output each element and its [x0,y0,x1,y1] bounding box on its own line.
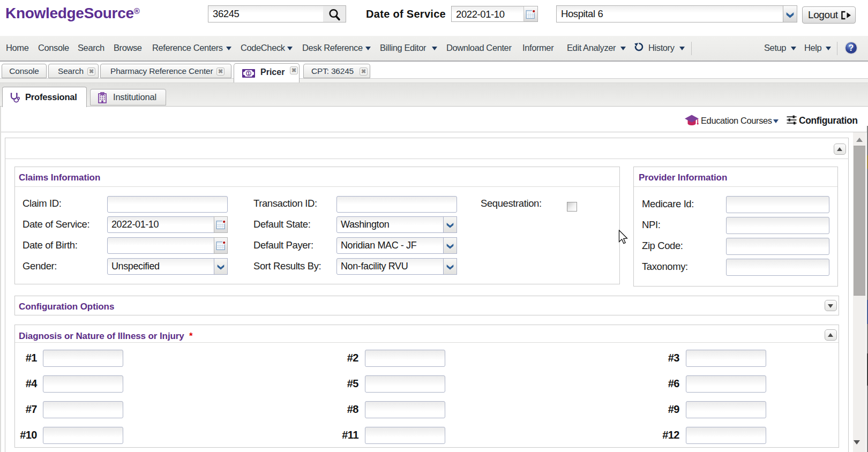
svg-text:?: ? [849,43,854,52]
svg-text:H: H [101,93,103,95]
svg-text:1: 1 [247,71,250,76]
